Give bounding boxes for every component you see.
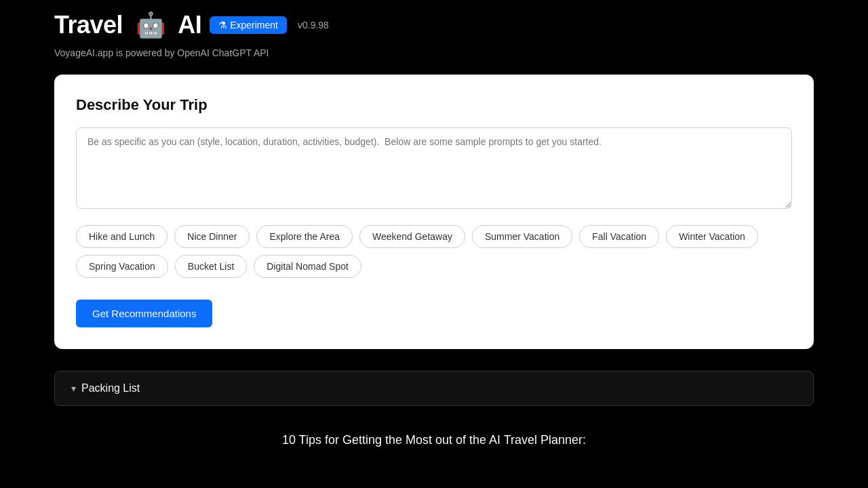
prompt-tag[interactable]: Explore the Area bbox=[256, 225, 353, 248]
prompt-tag[interactable]: Digital Nomad Spot bbox=[254, 255, 361, 278]
prompt-tag[interactable]: Spring Vacation bbox=[76, 255, 168, 278]
tips-section: 10 Tips for Getting the Most out of the … bbox=[0, 433, 868, 480]
prompt-tags-container: Hike and LunchNice DinnerExplore the Are… bbox=[76, 225, 792, 278]
app-title: Travel 🤖 AI bbox=[54, 11, 201, 39]
title-part2: AI bbox=[178, 11, 201, 39]
version-text: v0.9.98 bbox=[298, 20, 329, 30]
title-part1: Travel bbox=[54, 11, 123, 39]
tips-title: 10 Tips for Getting the Most out of the … bbox=[0, 433, 868, 447]
get-recommendations-button[interactable]: Get Recommendations bbox=[76, 300, 212, 327]
powered-by-text: VoyageAI.app is powered by OpenAI ChatGP… bbox=[0, 45, 868, 75]
card-title: Describe Your Trip bbox=[76, 96, 792, 114]
prompt-tag[interactable]: Winter Vacation bbox=[666, 225, 758, 248]
header: Travel 🤖 AI ⚗ Experiment v0.9.98 bbox=[0, 0, 868, 45]
prompt-tag[interactable]: Weekend Getaway bbox=[359, 225, 465, 248]
chevron-down-icon: ▾ bbox=[71, 383, 76, 394]
prompt-tag[interactable]: Nice Dinner bbox=[174, 225, 250, 248]
trip-description-input[interactable] bbox=[76, 127, 792, 209]
experiment-badge[interactable]: ⚗ Experiment bbox=[210, 16, 287, 34]
packing-list-section[interactable]: ▾ Packing List bbox=[54, 371, 814, 406]
prompt-tag[interactable]: Bucket List bbox=[175, 255, 247, 278]
title-emoji: 🤖 bbox=[136, 11, 166, 39]
prompt-tag[interactable]: Summer Vacation bbox=[472, 225, 572, 248]
prompt-tag[interactable]: Fall Vacation bbox=[579, 225, 659, 248]
packing-list-label: Packing List bbox=[81, 382, 140, 394]
prompt-tag[interactable]: Hike and Lunch bbox=[76, 225, 167, 248]
main-card: Describe Your Trip Hike and LunchNice Di… bbox=[54, 75, 814, 349]
